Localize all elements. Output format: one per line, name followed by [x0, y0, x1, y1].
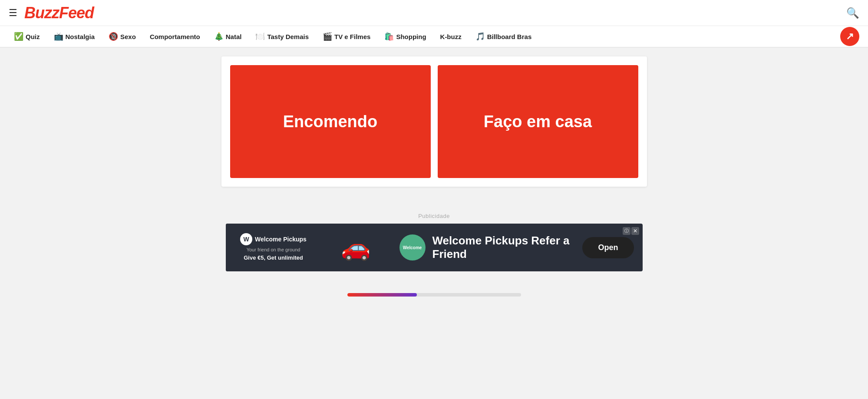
nav-item-shopping[interactable]: 🛍️ Shopping [379, 29, 431, 44]
main-content: Encomendo Faço em casa [0, 48, 868, 204]
sexo-icon: 🔞 [109, 32, 118, 41]
nav-label-tasty: Tasty Demais [267, 33, 309, 40]
nav-item-sexo[interactable]: 🔞 Sexo [103, 29, 141, 44]
ad-banner: W Welcome Pickups Your friend on the gro… [226, 224, 643, 271]
quiz-options: Encomendo Faço em casa [230, 65, 638, 178]
ad-middle: Welcome Welcome Pickups Refer a Friend [391, 234, 583, 261]
nav-label-nostalgia: Nostalgia [66, 33, 95, 40]
nav-label-natal: Natal [226, 33, 242, 40]
nav-label-tv: TV e Filmes [334, 33, 370, 40]
car-icon: 🚗 [341, 234, 371, 262]
ad-tagline: Your friend on the ground [247, 247, 300, 252]
ad-info-button[interactable]: ⓘ [623, 227, 630, 235]
quiz-option-encomendo-label: Encomendo [283, 112, 377, 131]
nav-item-comportamento[interactable]: Comportamento [145, 30, 205, 43]
nav-label-billboard: Billboard Bras [487, 33, 532, 40]
hamburger-icon[interactable]: ☰ [9, 7, 17, 19]
nav-item-billboard-bras[interactable]: 🎵 Billboard Bras [470, 29, 537, 44]
ad-car-illustration: 🚗 [321, 224, 391, 271]
close-icon: ✕ [633, 228, 637, 234]
site-header: ☰ BuzzFeed 🔍 [0, 0, 868, 26]
ad-logo-area: W Welcome Pickups [240, 233, 307, 245]
nav-label-kbuzz: K-buzz [440, 33, 462, 40]
progress-section [0, 284, 868, 305]
header-left: ☰ BuzzFeed [9, 4, 94, 22]
progress-bar-fill [347, 293, 417, 297]
ad-label: Publicidade [418, 213, 450, 219]
quiz-icon: ✅ [14, 32, 23, 41]
nav-label-sexo: Sexo [120, 33, 136, 40]
ad-brand-name: Welcome Pickups [255, 236, 307, 243]
trending-button[interactable]: ↗ [840, 27, 859, 46]
info-icon: ⓘ [624, 228, 629, 234]
ad-welcome-circle: Welcome [399, 234, 426, 261]
ad-welcome-text: Welcome [403, 245, 422, 250]
nav-item-quiz[interactable]: ✅ Quiz [9, 29, 45, 44]
nav-item-tv-e-filmes[interactable]: 🎬 TV e Filmes [317, 29, 376, 44]
quiz-option-encomendo[interactable]: Encomendo [230, 65, 431, 178]
main-nav: ✅ Quiz 📺 Nostalgia 🔞 Sexo Comportamento … [0, 26, 868, 48]
trending-icon: ↗ [846, 31, 854, 42]
nostalgia-icon: 📺 [54, 32, 63, 41]
search-button[interactable]: 🔍 [846, 7, 859, 19]
nav-label-shopping: Shopping [396, 33, 426, 40]
nav-item-nostalgia[interactable]: 📺 Nostalgia [49, 29, 100, 44]
ad-cta-button[interactable]: Open [582, 237, 634, 258]
ad-close-button[interactable]: ✕ [631, 227, 639, 235]
nav-label-comportamento: Comportamento [150, 33, 200, 40]
ad-logo-circle: W [240, 233, 252, 245]
nav-label-quiz: Quiz [26, 33, 40, 40]
shopping-icon: 🛍️ [384, 32, 394, 41]
ad-brand-info: W Welcome Pickups Your friend on the gro… [226, 224, 321, 271]
search-icon: 🔍 [846, 7, 859, 19]
natal-icon: 🎄 [214, 32, 224, 41]
quiz-option-faco-em-casa[interactable]: Faço em casa [438, 65, 638, 178]
nav-item-k-buzz[interactable]: K-buzz [435, 30, 467, 43]
quiz-card: Encomendo Faço em casa [221, 56, 647, 187]
site-logo[interactable]: BuzzFeed [24, 4, 94, 22]
ad-offer: Give €5, Get unlimited [244, 254, 303, 262]
nav-item-natal[interactable]: 🎄 Natal [209, 29, 247, 44]
billboard-icon: 🎵 [475, 32, 485, 41]
ad-section: Publicidade W Welcome Pickups Your frien… [0, 204, 868, 284]
progress-bar-container [347, 293, 521, 297]
nav-item-tasty-demais[interactable]: 🍽️ Tasty Demais [250, 29, 314, 44]
ad-headline: Welcome Pickups Refer a Friend [432, 234, 574, 261]
tasty-icon: 🍽️ [255, 32, 265, 41]
quiz-option-faco-label: Faço em casa [484, 112, 592, 131]
tv-icon: 🎬 [323, 32, 332, 41]
